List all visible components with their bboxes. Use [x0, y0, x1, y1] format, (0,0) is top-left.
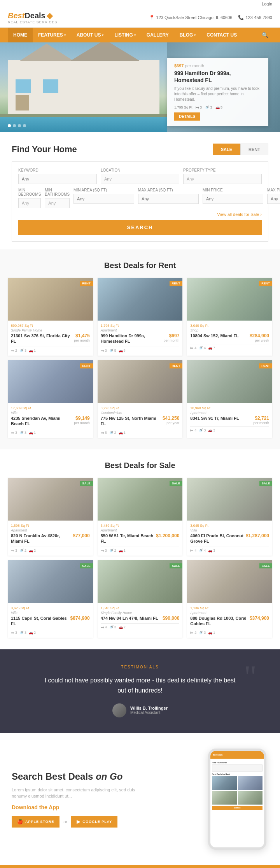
property-sqft: 1,795 Sq Ft: [101, 324, 180, 328]
hero-dot-3[interactable]: [18, 124, 21, 127]
property-name: 820 N Franklin Av #820r, Miami FL: [11, 533, 71, 544]
min-baths-group: Min bathrooms Any: [45, 188, 70, 208]
min-baths-select[interactable]: Any: [45, 198, 70, 208]
logo-diamond: ◆: [47, 11, 52, 20]
search-section: Find Your Home SALE RENT Keyword Locatio…: [0, 132, 280, 249]
google-icon: ▶: [77, 819, 80, 824]
property-parking: 🚗3: [208, 428, 215, 432]
beds-icon: 🛏: [190, 549, 194, 552]
login-link[interactable]: Login: [262, 2, 272, 6]
property-baths: 🚿3: [109, 625, 116, 629]
property-price: $41,250: [163, 416, 179, 421]
hero-dot-4[interactable]: [23, 124, 26, 127]
hero-dot-2[interactable]: [13, 124, 16, 127]
nav-search-icon[interactable]: 🔍: [258, 28, 272, 42]
parking-icon: 🚗: [119, 431, 123, 435]
property-body: 890,987 Sq Ft Single Family Home 21301 S…: [8, 321, 93, 356]
hero-dot-1[interactable]: [8, 124, 11, 127]
google-play-button[interactable]: ▶ GOOGLE PLAY: [71, 816, 117, 828]
min-baths-label: Min bathrooms: [45, 188, 70, 196]
property-baths: 🚿2: [19, 549, 26, 552]
nav-blog[interactable]: BLOG ▾: [174, 28, 201, 42]
logo-tagline: Real Estate Services: [8, 20, 57, 24]
property-baths: 🚿3: [199, 428, 206, 432]
property-divider: [101, 547, 180, 547]
property-divider: [190, 426, 269, 427]
beds-icon: 🛏: [190, 631, 194, 635]
hero-stats: 1,795 Sq Ft 🛏 3 🚿 3 🚗 5: [174, 105, 261, 109]
keyword-input[interactable]: [18, 174, 97, 184]
testimonials-label: TESTIMONIALS: [12, 665, 268, 669]
nav-listing[interactable]: LISTING ▾: [109, 28, 141, 42]
tab-rent[interactable]: RENT: [240, 144, 268, 155]
app-download-label: Download the App: [12, 804, 148, 810]
property-price: $1,475: [74, 333, 90, 338]
beds-icon: 🛏: [101, 349, 104, 352]
max-area-input[interactable]: [138, 194, 199, 204]
property-image: RENT: [187, 278, 272, 321]
hero-details-button[interactable]: DETAILS: [174, 112, 200, 121]
beds-icon: 🛏: [190, 346, 194, 350]
author-avatar: [112, 703, 126, 717]
hero-door: [16, 95, 29, 110]
apple-store-button[interactable]: 🍎 APPLE STORE: [12, 816, 60, 828]
property-parking: 🚗1: [119, 431, 126, 435]
location-select[interactable]: Any: [101, 174, 179, 184]
nav-home[interactable]: HOME: [8, 28, 33, 42]
location-icon: 📍: [149, 15, 155, 20]
hero-sqft: 1,795 Sq Ft: [174, 105, 192, 109]
beds-icon: 🛏: [11, 631, 14, 635]
min-beds-select[interactable]: Any: [18, 198, 41, 208]
search-button[interactable]: SEARCH: [18, 220, 262, 235]
property-name: 8341 Sw 91 Tr, Miami FL: [190, 416, 239, 421]
hero-section: $697 per month 999 Hamilton Dr 999a, Hom…: [0, 42, 280, 132]
baths-icon: 🚿: [19, 631, 24, 635]
tab-sale[interactable]: SALE: [213, 144, 240, 155]
phone-mini-search: [212, 765, 262, 772]
property-meta: 🛏3 🚿3 🚗2: [11, 631, 90, 635]
view-all-link[interactable]: View all deals for Sale ›: [18, 212, 262, 217]
max-price-label: Max Price: [267, 188, 280, 192]
property-baths: 🚿3: [19, 349, 26, 352]
nav-gallery[interactable]: GALLERY: [141, 28, 174, 42]
list-item: RENT 890,987 Sq Ft Single Family Home 21…: [8, 278, 93, 356]
logo-deals: Deals: [24, 11, 45, 20]
property-body: 3,489 Sq Ft Apartment 550 W 51 Te, Miami…: [98, 521, 183, 556]
property-meta: 🛏3 🚿2 🚗2: [11, 549, 90, 552]
list-item: SALE 3,489 Sq Ft Apartment 550 W 51 Te, …: [98, 478, 183, 556]
property-baths: 🚿5: [109, 349, 116, 352]
min-area-input[interactable]: [74, 194, 134, 204]
property-parking: 🚗7: [208, 346, 215, 350]
nav-contact[interactable]: CONTACT US: [201, 28, 242, 42]
property-divider: [190, 344, 269, 344]
property-meta: 🛏3 🚿3 🚗1: [11, 431, 90, 435]
property-badge: RENT: [170, 363, 183, 368]
search-tabs: SALE RENT: [213, 144, 268, 155]
property-body: 3,226 Sq Ft Condominium 775 Nw 125 St, N…: [98, 403, 183, 438]
main-nav: HOME FEATURES ▾ ABOUT US ▾ LISTING ▾ GAL…: [0, 28, 280, 42]
hero-dots: [8, 124, 26, 127]
location-group: Location Any: [101, 168, 179, 184]
property-baths: 🚿3: [19, 431, 26, 435]
nav-about[interactable]: ABOUT US ▾: [71, 28, 109, 42]
property-baths: 🚿4: [199, 346, 206, 350]
property-sqft: 3,625 Sq Ft: [11, 606, 90, 610]
phone-mini-card-1: [212, 776, 237, 790]
property-parking: 🚗1: [119, 549, 126, 552]
address-text: 123 QuickSale Street Chicago, IL 60606: [156, 15, 233, 20]
baths-icon: 🚿: [109, 549, 114, 552]
nav-features[interactable]: FEATURES ▾: [33, 28, 71, 42]
property-meta: 🛏4 🚿3 🚗2: [101, 625, 180, 629]
property-type-select[interactable]: Any: [183, 174, 262, 184]
sale-section: Best Deals for Sale SALE 1,598 Sq Ft Apa…: [0, 449, 280, 649]
list-item: SALE 1,598 Sq Ft Apartment 820 N Frankli…: [8, 478, 93, 556]
property-divider: [101, 429, 180, 429]
min-price-input[interactable]: [203, 194, 263, 204]
hero-background: [0, 42, 167, 132]
baths-icon: 🚿: [199, 631, 203, 635]
property-name: 999 Hamilton Dr 999a, Homestead FL: [101, 333, 162, 344]
max-price-input[interactable]: [267, 194, 280, 204]
property-type: Villa: [11, 411, 90, 415]
property-beds: 🛏4: [190, 549, 196, 552]
min-beds-label: Min bedrooms: [18, 188, 41, 196]
